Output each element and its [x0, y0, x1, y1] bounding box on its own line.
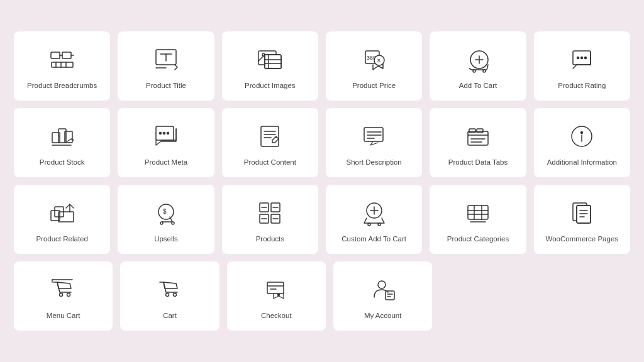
widget-label: Upsells	[154, 234, 178, 244]
widget-additional-information[interactable]: Additional Information	[534, 108, 630, 177]
svg-rect-51	[468, 131, 488, 145]
widget-product-data-tabs[interactable]: Product Data Tabs	[430, 108, 526, 177]
svg-rect-52	[469, 129, 475, 133]
widget-label: Product Related	[36, 234, 87, 244]
widget-label: Product Breadcrumbs	[27, 81, 97, 90]
widget-label: Short Description	[347, 158, 402, 167]
widget-upsells[interactable]: $ Upsells	[118, 185, 214, 254]
svg-rect-14	[265, 55, 281, 69]
widget-label: Additional Information	[547, 158, 617, 167]
stock-icon	[47, 121, 77, 151]
widget-label: Products	[256, 234, 284, 244]
svg-text:$: $	[377, 58, 380, 63]
addcart-icon	[463, 45, 493, 75]
additionalinfo-icon	[567, 121, 597, 151]
widget-label: Product Content	[244, 158, 296, 167]
svg-point-80	[378, 223, 380, 226]
svg-rect-0	[51, 52, 60, 58]
upsells-icon: $	[151, 198, 181, 228]
svg-point-102	[278, 293, 280, 295]
widget-product-content[interactable]: Product Content	[222, 108, 318, 177]
svg-text:$: $	[163, 208, 167, 215]
svg-point-27	[483, 70, 486, 72]
widget-product-stock[interactable]: Product Stock	[14, 108, 110, 177]
svg-point-103	[378, 281, 386, 288]
widget-label: Product Stock	[40, 158, 85, 167]
widget-product-categories[interactable]: Product Categories	[430, 185, 526, 254]
myaccount-icon	[368, 275, 398, 305]
svg-point-67	[172, 222, 174, 224]
widget-label: Cart	[163, 311, 177, 321]
woopages-icon	[567, 198, 597, 228]
svg-point-29	[577, 57, 579, 58]
title-icon	[151, 45, 181, 75]
widget-woocommerce-pages[interactable]: WooCommerce Pages	[534, 185, 630, 254]
widget-product-meta[interactable]: Product Meta	[118, 108, 214, 177]
widget-label: Product Categories	[447, 234, 509, 244]
widget-label: Add To Cart	[459, 81, 497, 90]
widget-product-title[interactable]: Product Title	[118, 31, 214, 101]
breadcrumbs-icon	[47, 45, 77, 75]
svg-point-94	[67, 293, 70, 296]
widget-add-to-cart[interactable]: Add To Cart	[430, 31, 526, 101]
widget-cart[interactable]: Cart	[120, 261, 219, 331]
datatabs-icon	[463, 121, 493, 151]
svg-rect-81	[468, 206, 488, 219]
widget-menu-cart[interactable]: Menu Cart	[14, 261, 113, 331]
svg-point-31	[585, 57, 587, 58]
widget-label: Checkout	[261, 311, 292, 321]
widget-product-breadcrumbs[interactable]: Product Breadcrumbs	[14, 31, 110, 101]
svg-point-79	[368, 223, 370, 226]
svg-rect-104	[386, 291, 394, 300]
shortdesc-icon	[359, 121, 389, 151]
svg-point-93	[59, 293, 62, 296]
widget-label: WooCommerce Pages	[546, 234, 618, 244]
svg-point-66	[160, 222, 163, 224]
products-icon	[255, 198, 285, 228]
widget-label: My Account	[364, 311, 401, 321]
widget-label: Product Data Tabs	[448, 158, 508, 167]
svg-rect-47	[364, 128, 383, 141]
svg-rect-53	[477, 129, 483, 133]
widget-product-images[interactable]: Product Images	[222, 31, 318, 101]
widget-label: Product Meta	[145, 158, 187, 167]
svg-point-30	[581, 57, 583, 58]
svg-point-97	[165, 293, 169, 296]
svg-point-39	[163, 132, 165, 134]
images-icon	[255, 45, 285, 75]
widget-label: Product Rating	[558, 81, 606, 90]
meta-icon	[151, 121, 181, 151]
svg-point-26	[473, 70, 475, 72]
widget-custom-add-to-cart[interactable]: Custom Add To Cart	[326, 185, 422, 254]
cart-icon	[155, 275, 185, 305]
price-icon: 360$ $	[359, 45, 389, 75]
svg-rect-4	[52, 62, 73, 67]
content-icon	[255, 121, 285, 151]
svg-point-40	[167, 132, 169, 134]
widget-row-4: Menu Cart Cart	[14, 261, 630, 331]
related-icon	[47, 198, 77, 228]
menucart-icon	[48, 275, 79, 305]
svg-point-59	[581, 131, 583, 133]
svg-point-98	[173, 293, 176, 296]
widget-label: Product Title	[146, 81, 186, 90]
svg-rect-99	[267, 282, 284, 293]
widget-label: Product Images	[245, 81, 296, 90]
checkout-icon	[261, 275, 291, 305]
svg-point-38	[159, 132, 161, 134]
widget-short-description[interactable]: Short Description	[326, 108, 422, 177]
categories-icon	[463, 198, 493, 228]
widget-product-rating[interactable]: Product Rating	[534, 31, 630, 101]
widget-label: Product Price	[352, 81, 396, 90]
widget-my-account[interactable]: My Account	[333, 261, 432, 331]
svg-rect-88	[577, 206, 591, 223]
rating-icon	[567, 45, 597, 75]
widget-product-price[interactable]: 360$ $ Product Price	[326, 31, 422, 101]
widget-product-related[interactable]: Product Related	[14, 185, 110, 254]
widget-grid: Product Breadcrumbs Product Title	[14, 31, 630, 331]
widget-checkout[interactable]: Checkout	[227, 261, 326, 331]
widget-products[interactable]: Products	[222, 185, 318, 254]
widget-label: Menu Cart	[47, 311, 80, 321]
svg-rect-2	[62, 52, 71, 58]
customaddcart-icon	[359, 198, 389, 228]
